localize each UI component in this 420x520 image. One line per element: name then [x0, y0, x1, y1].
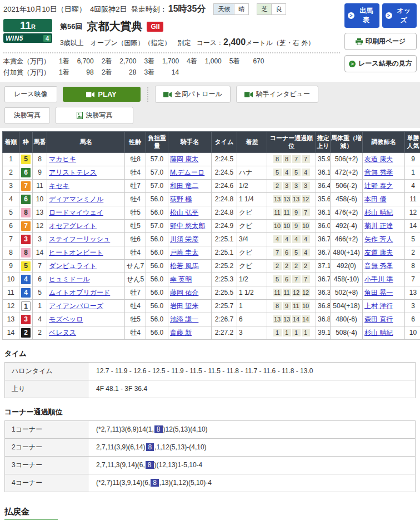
last-3f: 36.7 — [316, 273, 331, 286]
horse-link[interactable]: ステイフーリッシュ — [49, 235, 110, 243]
trainer-link[interactable]: 辻野 泰之 — [364, 182, 393, 190]
horse-weight: 506(-2) — [331, 179, 363, 192]
corner-position-box: 4 — [283, 169, 291, 176]
last-3f: 36.1 — [316, 166, 331, 179]
jockey-link[interactable]: 和田 竜二 — [170, 182, 198, 190]
horse-link[interactable]: ダンビュライト — [49, 262, 97, 270]
horse-link[interactable]: マカヒキ — [49, 155, 76, 163]
trainer-cell: 矢作 芳人 — [363, 232, 405, 246]
horse-name-cell: ヒートオンビート — [47, 246, 125, 259]
start-time: 15時35分 — [168, 3, 206, 15]
trainer-cell: 杉山 晴紀 — [363, 206, 405, 219]
corner-row-value: 2,7,11(3,9)(6,14)8,1,12(5,13)-(4,10) — [88, 438, 416, 456]
trainer-link[interactable]: 上村 洋行 — [364, 302, 393, 310]
result-row: 6712オセアグレイト牡557.0野中 悠太郎2:24.9クビ101091036… — [3, 219, 420, 232]
trainer-link[interactable]: 本田 優 — [364, 195, 386, 203]
corner-position-box: 7 — [302, 209, 310, 216]
horse-weight: 480(-6) — [331, 313, 363, 326]
jockey-link[interactable]: 幸 英明 — [170, 275, 192, 283]
weather-badge: 天候 晴 — [213, 3, 249, 15]
margin: クビ — [237, 206, 267, 219]
margin: ハナ — [237, 166, 267, 179]
horse-link[interactable]: ベレヌス — [49, 329, 76, 336]
trainer-link[interactable]: 音無 秀孝 — [364, 262, 393, 270]
play-button[interactable]: PLAY — [63, 87, 141, 102]
corner-row-value: 2,7,11,3(9,14)(6,8)(12,13)1-5,10-4 — [88, 456, 416, 474]
jockey-link[interactable]: 野中 悠太郎 — [170, 222, 205, 230]
corner-positions: 1010910 — [267, 219, 316, 232]
result-row: 733ステイフーリッシュ牡656.0川須 栄彦2:25.13/4444436.7… — [3, 232, 420, 246]
time-row-label: ハロンタイム — [5, 362, 88, 380]
horse-weight: 458(-6) — [331, 192, 363, 206]
horse-link[interactable]: ディアマンミノル — [49, 195, 103, 203]
margin: 1 1/4 — [237, 192, 267, 206]
horse-weight: 506(+2) — [331, 152, 363, 166]
trainer-link[interactable]: 矢作 芳人 — [364, 235, 393, 243]
trainer-link[interactable]: 友道 康夫 — [364, 249, 393, 256]
trainer-link[interactable]: 菊川 正達 — [364, 222, 393, 230]
jockey-link[interactable]: 川須 栄彦 — [170, 235, 198, 243]
horse-link[interactable]: ヒュミドール — [49, 275, 89, 283]
race-distance: 2,400 — [223, 37, 246, 47]
prize-rank: 2着 — [102, 57, 112, 65]
horse-link[interactable]: ロードマイウェイ — [49, 209, 103, 216]
corner-row: 2コーナー2,7,11(3,9)(6,14)8,1,12(5,13)-(4,10… — [5, 438, 416, 456]
odds-button[interactable]: > オッズ — [382, 3, 417, 28]
horse-link[interactable]: ムイトオブリガード — [49, 289, 110, 296]
horse-link[interactable]: オセアグレイト — [49, 222, 97, 230]
horse-link[interactable]: アイアンバローズ — [49, 302, 103, 310]
jockey-cell: 藤岡 佑介 — [168, 286, 212, 299]
column-header: 調教師名 — [363, 132, 405, 153]
trainer-link[interactable]: 角田 晃一 — [364, 289, 393, 296]
finish-time: 2:25.2 — [212, 259, 237, 273]
print-page-button[interactable]: 印刷用ページ — [344, 33, 417, 50]
jockey-link[interactable]: 戸崎 圭太 — [170, 249, 198, 256]
horse-name-cell: ステイフーリッシュ — [47, 232, 125, 246]
horse-link[interactable]: モズベッロ — [49, 315, 83, 323]
carried-weight: 56.0 — [146, 299, 168, 313]
finish-place: 11 — [3, 286, 19, 299]
patrol-video-button[interactable]: 全周パトロール — [155, 86, 231, 103]
carried-weight: 56.0 — [146, 273, 168, 286]
trainer-cell: 森田 直行 — [363, 313, 405, 326]
corner-row: 1コーナー(*2,7,11)3(6,9)14(1,8)12(5,13)(4,10… — [5, 420, 416, 438]
result-row: 1211アイアンバローズ牡456.0岩田 望来2:25.7189111036.8… — [3, 299, 420, 313]
trainer-link[interactable]: 友道 康夫 — [364, 155, 393, 163]
finish-photo-button[interactable]: 決勝写真 — [56, 107, 133, 124]
jockey-link[interactable]: 松若 風馬 — [170, 262, 198, 270]
jockey-link[interactable]: 斎藤 新 — [170, 329, 192, 336]
entry-table-button[interactable]: > 出馬表 — [344, 3, 379, 28]
trainer-link[interactable]: 森田 直行 — [364, 315, 393, 323]
jockey-link[interactable]: 藤岡 康太 — [170, 155, 198, 163]
jockey-link[interactable]: 岩田 望来 — [170, 302, 198, 310]
prize-main-items: 1着6,7002着2,7003着1,7004着1,0005着670 — [51, 57, 264, 66]
horse-link[interactable]: ヒートオンビート — [49, 249, 103, 256]
jockey-interview-button[interactable]: 騎手インタビュー — [236, 86, 318, 103]
corner-position-box: 9 — [283, 302, 291, 310]
jockey-link[interactable]: 池添 謙一 — [170, 315, 198, 323]
finish-time: 2:24.5 — [212, 152, 237, 166]
jockey-link[interactable]: M.デムーロ — [170, 169, 204, 176]
jockey-link[interactable]: 藤岡 佑介 — [170, 289, 198, 296]
jockey-cell: 松若 風馬 — [168, 259, 212, 273]
horse-number: 4 — [33, 313, 47, 326]
horse-link[interactable]: アリストテレス — [49, 169, 97, 176]
trainer-cell: 杉山 晴紀 — [363, 326, 405, 339]
results-table: 着順枠馬番馬名性齢負担重量騎手名タイム着差コーナー通過順位推定上り馬体重（増減）… — [2, 131, 420, 340]
trainer-cell: 友道 康夫 — [363, 152, 405, 166]
frame-cell: 3 — [19, 232, 33, 246]
win-popularity: 5 — [405, 232, 420, 246]
jockey-link[interactable]: 荻野 極 — [170, 195, 192, 203]
results-guide-button[interactable]: > レース結果の見方 — [344, 55, 417, 72]
corner-position-box: 9 — [292, 209, 301, 216]
trainer-link[interactable]: 杉山 晴紀 — [364, 209, 393, 216]
trainer-link[interactable]: 小手川 準 — [364, 275, 393, 283]
trainer-link[interactable]: 音無 秀孝 — [364, 169, 393, 176]
finish-place: 8 — [3, 246, 19, 259]
arrow-icon: > — [386, 12, 392, 19]
horse-link[interactable]: キセキ — [49, 182, 69, 190]
jockey-cell: 和田 竜二 — [168, 179, 212, 192]
result-row: 4610ディアマンミノル牡456.0荻野 極2:24.81 1/41313131… — [3, 192, 420, 206]
jockey-link[interactable]: 松山 弘平 — [170, 209, 198, 216]
trainer-link[interactable]: 杉山 晴紀 — [364, 329, 393, 336]
